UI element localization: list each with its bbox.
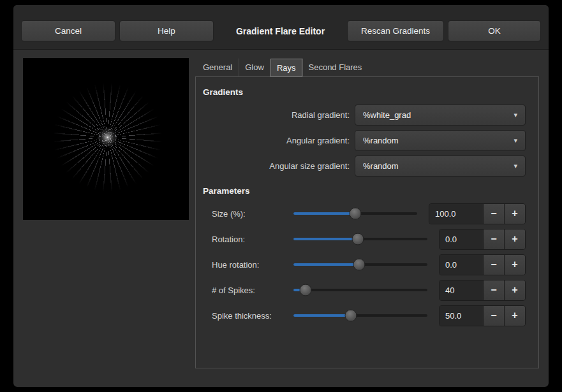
slider-handle[interactable] bbox=[351, 233, 364, 245]
angular-gradient-label: Angular gradient: bbox=[203, 136, 355, 145]
size-increment-button[interactable]: + bbox=[504, 204, 525, 224]
spikes-label: # of Spikes: bbox=[212, 286, 292, 295]
slider-fill bbox=[293, 212, 357, 215]
size-slider[interactable] bbox=[292, 203, 418, 224]
hue-rotation-spin-group: 0.0 − + bbox=[439, 254, 526, 275]
spike-thickness-increment-button[interactable]: + bbox=[504, 306, 525, 326]
angular-size-gradient-row: Angular size gradient: %random ▾ bbox=[203, 153, 526, 178]
rotation-row: Rotation: 0.0 − + bbox=[212, 226, 526, 252]
size-spin-group: 100.0 − + bbox=[429, 203, 526, 224]
size-label: Size (%): bbox=[212, 209, 292, 219]
hue-rotation-increment-button[interactable]: + bbox=[504, 255, 525, 275]
hue-rotation-value-field[interactable]: 0.0 bbox=[440, 255, 483, 275]
window-frame: Cancel Help Gradient Flare Editor Rescan… bbox=[0, 0, 562, 392]
spikes-row: # of Spikes: 40 − + bbox=[212, 277, 526, 303]
slider-fill bbox=[293, 314, 352, 317]
chevron-down-icon: ▾ bbox=[514, 136, 517, 145]
tab-rays[interactable]: Rays bbox=[270, 59, 302, 77]
rescan-gradients-button[interactable]: Rescan Gradients bbox=[347, 20, 444, 41]
plus-icon: + bbox=[512, 233, 517, 245]
spike-thickness-spin-group: 50.0 − + bbox=[439, 305, 526, 326]
notebook: General Glow Rays Second Flares Gradient… bbox=[195, 58, 539, 368]
angular-size-gradient-value: %random bbox=[363, 161, 399, 171]
dialog-content: General Glow Rays Second Flares Gradient… bbox=[13, 50, 549, 387]
hue-rotation-decrement-button[interactable]: − bbox=[483, 255, 504, 275]
spike-thickness-slider[interactable] bbox=[292, 305, 429, 326]
tab-second-flares[interactable]: Second Flares bbox=[302, 58, 369, 76]
rotation-value-field[interactable]: 0.0 bbox=[440, 229, 483, 249]
plus-icon: + bbox=[512, 259, 517, 270]
slider-handle[interactable] bbox=[353, 259, 365, 271]
help-button[interactable]: Help bbox=[119, 20, 214, 41]
plus-icon: + bbox=[512, 284, 517, 296]
tab-general[interactable]: General bbox=[196, 58, 239, 76]
gradient-flare-editor-dialog: Cancel Help Gradient Flare Editor Rescan… bbox=[13, 5, 549, 387]
slider-handle[interactable] bbox=[300, 284, 312, 296]
radial-gradient-dropdown[interactable]: %white_grad ▾ bbox=[355, 105, 526, 126]
size-row: Size (%): 100.0 − + bbox=[212, 201, 526, 226]
gradients-section-title: Gradients bbox=[203, 87, 526, 97]
headerbar: Cancel Help Gradient Flare Editor Rescan… bbox=[13, 5, 549, 50]
rotation-label: Rotation: bbox=[212, 235, 292, 244]
cancel-button[interactable]: Cancel bbox=[21, 20, 115, 41]
spike-thickness-value-field[interactable]: 50.0 bbox=[440, 306, 483, 326]
chevron-down-icon: ▾ bbox=[514, 111, 517, 119]
angular-size-gradient-dropdown[interactable]: %random ▾ bbox=[355, 156, 526, 177]
spike-thickness-decrement-button[interactable]: − bbox=[483, 306, 504, 326]
slider-fill bbox=[293, 263, 360, 266]
size-value-field[interactable]: 100.0 bbox=[429, 204, 483, 224]
flare-preview bbox=[23, 58, 189, 220]
minus-icon: − bbox=[491, 284, 496, 296]
spike-thickness-label: Spike thickness: bbox=[212, 311, 292, 321]
spikes-increment-button[interactable]: + bbox=[504, 280, 525, 300]
angular-gradient-row: Angular gradient: %random ▾ bbox=[203, 127, 526, 153]
parameters-section-title: Parameters bbox=[203, 186, 526, 196]
rotation-increment-button[interactable]: + bbox=[504, 229, 525, 249]
rotation-decrement-button[interactable]: − bbox=[483, 229, 504, 249]
slider-handle[interactable] bbox=[345, 310, 357, 322]
angular-gradient-value: %random bbox=[363, 136, 399, 145]
parameters-block: Size (%): 100.0 − + bbox=[203, 201, 526, 328]
rotation-slider[interactable] bbox=[292, 229, 429, 250]
tab-glow[interactable]: Glow bbox=[239, 58, 270, 76]
rotation-spin-group: 0.0 − + bbox=[439, 229, 526, 250]
spikes-value-field[interactable]: 40 bbox=[440, 280, 483, 300]
spikes-decrement-button[interactable]: − bbox=[483, 280, 504, 300]
plus-icon: + bbox=[512, 208, 517, 219]
spikes-spin-group: 40 − + bbox=[439, 280, 526, 301]
slider-handle[interactable] bbox=[350, 208, 362, 220]
spike-thickness-row: Spike thickness: 50.0 − + bbox=[212, 303, 526, 328]
hue-rotation-label: Hue rotation: bbox=[212, 260, 292, 270]
minus-icon: − bbox=[491, 259, 496, 270]
slider-fill bbox=[293, 238, 359, 240]
minus-icon: − bbox=[491, 233, 496, 245]
chevron-down-icon: ▾ bbox=[514, 162, 517, 170]
radial-gradient-label: Radial gradient: bbox=[203, 110, 355, 120]
dialog-title: Gradient Flare Editor bbox=[218, 26, 343, 36]
minus-icon: − bbox=[491, 310, 496, 321]
slider-track bbox=[293, 289, 427, 291]
minus-icon: − bbox=[491, 208, 496, 219]
rays-tab-panel: Gradients Radial gradient: %white_grad ▾… bbox=[195, 77, 539, 368]
plus-icon: + bbox=[512, 310, 517, 321]
angular-size-gradient-label: Angular size gradient: bbox=[203, 161, 355, 171]
ok-button[interactable]: OK bbox=[448, 20, 541, 41]
radial-gradient-row: Radial gradient: %white_grad ▾ bbox=[203, 102, 526, 127]
hue-rotation-row: Hue rotation: 0.0 − + bbox=[212, 252, 526, 277]
radial-gradient-value: %white_grad bbox=[363, 110, 411, 120]
hue-rotation-slider[interactable] bbox=[292, 254, 429, 275]
spikes-slider[interactable] bbox=[292, 280, 429, 301]
tab-bar: General Glow Rays Second Flares bbox=[195, 58, 539, 77]
angular-gradient-dropdown[interactable]: %random ▾ bbox=[355, 130, 526, 151]
size-decrement-button[interactable]: − bbox=[483, 204, 504, 224]
